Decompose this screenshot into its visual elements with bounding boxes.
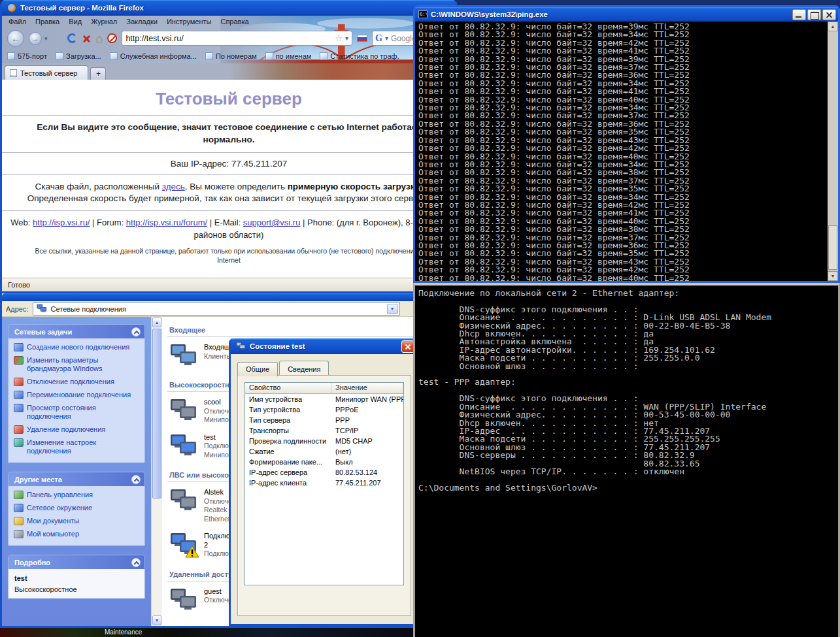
- task-link[interactable]: Изменение настроек подключения: [14, 438, 139, 455]
- scroll-up-button[interactable]: ▲: [828, 22, 838, 31]
- disable-connection-icon: [14, 378, 24, 386]
- menu-item[interactable]: Вид: [69, 18, 82, 25]
- scroll-down-button[interactable]: ▼: [828, 271, 838, 281]
- close-button[interactable]: [822, 9, 836, 20]
- scrollbar-thumb[interactable]: [828, 225, 837, 270]
- firefox-window: Тестовый сервер - Mozilla Firefox: [0, 0, 458, 293]
- task-link[interactable]: Создание нового подключения: [14, 343, 139, 351]
- vertical-scrollbar[interactable]: ▲ ▼: [151, 317, 162, 626]
- console-scrollbar[interactable]: ▲ ▼: [828, 22, 838, 281]
- collapse-chevron-icon[interactable]: [131, 327, 141, 336]
- url-bar[interactable]: http://test.vsi.ru/ ☆ ▾: [122, 31, 352, 46]
- console-output: Ответ от 80.82.32.9: число байт=32 время…: [415, 22, 838, 281]
- place-link[interactable]: Панель управления: [14, 491, 139, 499]
- dialog-titlebar[interactable]: Состояние test: [231, 338, 418, 354]
- other-places-box: Другие места Панель управления: [8, 472, 145, 546]
- divider: [2, 152, 456, 153]
- property-row[interactable]: IP-адрес сервера 80.82.53.124: [245, 467, 403, 478]
- menu-item[interactable]: Инструменты: [167, 18, 212, 25]
- russian-flag-icon[interactable]: [357, 35, 367, 42]
- refresh-button[interactable]: [67, 33, 77, 43]
- firefox-menubar: ФайлПравкаВидЖурналЗакладкиИнструментыСп…: [2, 16, 456, 27]
- place-link[interactable]: Сетевое окружение: [14, 504, 139, 512]
- my-computer-icon: [14, 530, 24, 538]
- place-link[interactable]: Мои документы: [14, 517, 139, 525]
- ipconfig-console-window: Подключение по локальной сети 2 - Ethern…: [413, 283, 840, 637]
- search-engine-dropdown-icon[interactable]: ▾: [385, 35, 388, 42]
- task-link[interactable]: Удаление подключения: [14, 425, 139, 434]
- url-text[interactable]: http://test.vsi.ru/: [126, 34, 332, 43]
- bookmark-item[interactable]: 575-порт: [7, 52, 47, 60]
- property-row[interactable]: Проверка подлинности MD5 CHAP: [245, 436, 403, 446]
- console-titlebar[interactable]: C:\ C:\WINDOWS\system32\ping.exe: [415, 7, 838, 22]
- other-places-header[interactable]: Другие места: [8, 472, 144, 486]
- property-row[interactable]: Тип сервера PPP: [245, 415, 403, 425]
- menu-item[interactable]: Журнал: [91, 18, 117, 25]
- control-panel-icon: [14, 491, 24, 499]
- property-row[interactable]: Тип устройства PPPoE: [245, 404, 403, 415]
- task-link[interactable]: Отключение подключения: [14, 378, 139, 386]
- connection-settings-icon: [14, 438, 24, 447]
- forward-button[interactable]: →: [29, 32, 42, 45]
- url-dropdown-icon[interactable]: ▾: [345, 35, 348, 42]
- close-button[interactable]: [401, 340, 414, 353]
- task-link[interactable]: Переименование подключения: [14, 391, 139, 399]
- property-row[interactable]: Сжатие (нет): [245, 446, 403, 457]
- bookmark-item[interactable]: по именам: [265, 52, 312, 60]
- email-link[interactable]: support@vsi.ru: [243, 218, 301, 227]
- collapse-chevron-icon[interactable]: [131, 558, 141, 567]
- web-link[interactable]: http://isp.vsi.ru/: [33, 218, 90, 227]
- address-combobox[interactable]: Сетевые подключения ▼: [33, 302, 400, 316]
- bookmark-item[interactable]: Статистика по траф.: [320, 52, 399, 60]
- download-link[interactable]: здесь: [162, 182, 185, 191]
- tab-details[interactable]: Сведения: [279, 361, 329, 375]
- history-dropdown-icon[interactable]: ▾: [44, 35, 48, 42]
- rename-connection-icon: [14, 391, 24, 399]
- scrollbar-thumb[interactable]: [152, 329, 161, 498]
- column-header-property[interactable]: Свойство: [245, 383, 331, 394]
- bookmark-item[interactable]: По номерам: [205, 52, 257, 60]
- console-title: C:\WINDOWS\system32\ping.exe: [431, 10, 548, 18]
- tab-general[interactable]: Общие: [237, 362, 278, 376]
- network-window-titlebar[interactable]: [2, 293, 456, 301]
- home-button[interactable]: ⌂: [96, 33, 103, 44]
- task-link[interactable]: Просмотр состояния подключения: [14, 404, 139, 421]
- back-button[interactable]: ←: [7, 30, 24, 47]
- menu-item[interactable]: Справка: [220, 18, 248, 25]
- bookmark-icon: [205, 52, 213, 60]
- firefox-titlebar[interactable]: Тестовый сервер - Mozilla Firefox: [2, 0, 456, 16]
- property-row[interactable]: IP-адрес клиента 77.45.211.207: [245, 478, 403, 488]
- place-link[interactable]: Мой компьютер: [14, 530, 139, 538]
- property-row[interactable]: Транспорты TCP/IP: [245, 425, 403, 436]
- forum-link[interactable]: http://isp.vsi.ru/forum/: [126, 218, 207, 227]
- new-connection-icon: [14, 343, 24, 351]
- connection-status-dialog: Состояние test Общие Сведения Свойство З…: [229, 338, 420, 626]
- bookmark-item[interactable]: Служебная информа...: [110, 52, 197, 60]
- menu-item[interactable]: Правка: [35, 18, 59, 25]
- contact-line: Web: http://isp.vsi.ru/ | Forum: http://…: [10, 217, 448, 242]
- address-value[interactable]: Сетевые подключения: [51, 305, 384, 313]
- collapse-chevron-icon[interactable]: [131, 475, 141, 484]
- network-tasks-header[interactable]: Сетевые задачи: [8, 325, 144, 338]
- task-link[interactable]: Изменить параметры брандмауэра Windows: [14, 356, 139, 373]
- minimize-button[interactable]: [792, 9, 806, 20]
- maximize-button[interactable]: [807, 9, 821, 20]
- property-row[interactable]: Имя устройства Минипорт WAN (PPPoE): [245, 394, 403, 404]
- bookmark-item[interactable]: Загрузка...: [56, 52, 101, 60]
- intro-paragraph: Если Вы видите это сообщение, значит тес…: [19, 122, 439, 146]
- extension-toggle-icon[interactable]: [107, 33, 117, 43]
- new-tab-button[interactable]: +: [90, 67, 106, 80]
- scroll-down-button[interactable]: ▼: [152, 615, 161, 625]
- bookmark-star-icon[interactable]: ☆: [335, 33, 343, 43]
- address-dropdown-button[interactable]: ▼: [387, 304, 398, 314]
- scroll-up-button[interactable]: ▲: [152, 318, 161, 327]
- menu-item[interactable]: Закладки: [126, 18, 158, 25]
- menu-item[interactable]: Файл: [8, 18, 26, 25]
- details-header[interactable]: Подробно: [8, 555, 144, 569]
- group-header: Входящее: [167, 323, 452, 337]
- column-header-value[interactable]: Значение: [331, 383, 403, 394]
- property-row[interactable]: Формирование паке... Выкл: [245, 457, 403, 467]
- ping-console-window: C:\ C:\WINDOWS\system32\ping.exe Ответ о…: [413, 5, 840, 283]
- stop-button[interactable]: [82, 33, 92, 43]
- tab-test-server[interactable]: Тестовый сервер: [5, 65, 88, 80]
